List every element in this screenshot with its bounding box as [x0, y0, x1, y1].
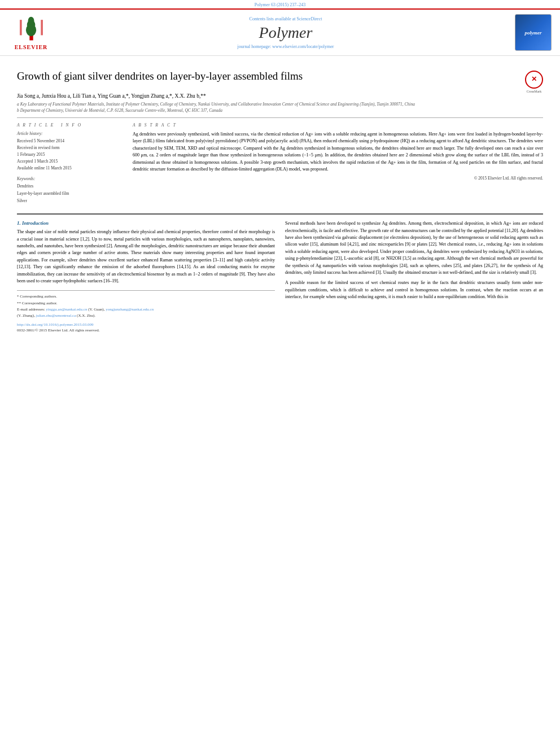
email-1-person: (Y. Guan),	[88, 307, 104, 312]
email-1[interactable]: yinggu.an@nankai.edu.cn	[46, 307, 87, 312]
affiliation-a: a Key Laboratory of Functional Polymer M…	[17, 102, 543, 107]
copyright-text: © 2015 Elsevier Ltd. All rights reserved…	[133, 176, 543, 181]
body-columns: 1. Introduction The shape and size of no…	[17, 220, 543, 333]
divider	[17, 117, 543, 118]
authors-text: Jia Song a, Junxia Hou a, Lili Tian a, Y…	[17, 93, 206, 99]
keyword-3: Silver	[17, 198, 121, 205]
authors-line: Jia Song a, Junxia Hou a, Lili Tian a, Y…	[17, 93, 543, 99]
crossmark-icon: ✕ CrossMark	[525, 71, 543, 89]
intro-right-para2: A possible reason for the limited succes…	[285, 279, 543, 300]
article-title: Growth of giant silver dendrites on laye…	[17, 69, 303, 84]
issn-section: 0032-3861/© 2015 Elsevier Ltd. All right…	[17, 328, 275, 333]
journal-homepage-line: journal homepage: www.elsevier.com/locat…	[62, 44, 509, 49]
intro-right-para1: Several methods have been developed to s…	[285, 220, 543, 276]
corresponding-note-2: ** Corresponding author.	[17, 300, 275, 307]
article-content: Growth of giant silver dendrites on laye…	[0, 56, 560, 338]
article-history-section: Article history: Received 5 November 201…	[17, 131, 121, 172]
email-3[interactable]: julian.zhu@umontreal.ca	[36, 313, 76, 318]
affiliations-block: a Key Laboratory of Functional Polymer M…	[17, 102, 543, 113]
abstract-column: A B S T R A C T Ag dendrites were previo…	[133, 123, 543, 204]
revised-row: Received in revised form	[17, 145, 121, 151]
crossmark-badge: ✕	[525, 71, 543, 89]
journal-center-info: Contents lists available at ScienceDirec…	[62, 16, 509, 49]
email-2-person: (Y. Zhang),	[17, 313, 35, 318]
polymer-logo-label: polymer	[525, 30, 542, 36]
received-row: Received 5 November 2014	[17, 138, 121, 145]
main-body: 1. Introduction The shape and size of no…	[17, 213, 543, 333]
affiliation-b: b Department of Chemistry, Université de…	[17, 108, 543, 113]
corresponding-note-1-text: * Corresponding authors.	[17, 294, 57, 299]
section-title: Introduction	[22, 220, 49, 226]
article-title-block: Growth of giant silver dendrites on laye…	[17, 69, 543, 89]
svg-rect-4	[20, 20, 22, 35]
received-text: Received 5 November 2014	[17, 138, 64, 143]
polymer-logo-box: polymer	[515, 14, 554, 51]
journal-name-title: Polymer	[62, 24, 509, 42]
svg-rect-5	[41, 20, 43, 35]
elsevier-tree-icon	[16, 15, 47, 43]
revised-date-row: 1 February 2015	[17, 151, 121, 158]
footnote-section: * Corresponding authors. ** Correspondin…	[17, 290, 275, 319]
contents-text: Contents lists available at	[250, 16, 296, 21]
journal-ref-text: Polymer 63 (2015) 237–243	[255, 2, 305, 7]
email-2[interactable]: yongjunzhang@nankai.edu.cn	[106, 307, 154, 312]
journal-header: ELSEVIER Contents lists available at Sci…	[0, 8, 560, 56]
sciencedirect-link-text[interactable]: ScienceDirect	[297, 16, 322, 21]
homepage-link[interactable]: www.elsevier.com/locate/polymer	[272, 44, 334, 49]
available-text: Available online 11 March 2015	[17, 165, 72, 171]
revised-text: Received in revised form	[17, 145, 60, 150]
corresponding-note-1: * Corresponding authors.	[17, 294, 275, 300]
elsevier-logo: ELSEVIER	[6, 15, 56, 50]
accepted-row: Accepted 1 March 2015	[17, 158, 121, 165]
body-right-column: Several methods have been developed to s…	[285, 220, 543, 333]
keywords-label: Keywords:	[17, 176, 121, 181]
elsevier-label: ELSEVIER	[15, 44, 48, 50]
keywords-section: Keywords: Dendrites Layer-by-layer assem…	[17, 176, 121, 204]
corresponding-note-2-text: ** Corresponding author.	[17, 301, 57, 305]
intro-left-para1: The shape and size of noble metal partic…	[17, 229, 275, 285]
sciencedirect-line: Contents lists available at ScienceDirec…	[62, 16, 509, 21]
doi-section: http://dx.doi.org/10.1016/j.polymer.2015…	[17, 322, 275, 327]
svg-point-3	[28, 17, 34, 25]
accepted-text: Accepted 1 March 2015	[17, 159, 58, 164]
history-label: Article history:	[17, 131, 121, 136]
email-3-person: (X.X. Zhu).	[77, 313, 95, 318]
section-number: 1.	[17, 220, 22, 226]
article-info-label: A R T I C L E I N F O	[17, 123, 121, 128]
polymer-logo-image: polymer	[515, 14, 552, 51]
body-left-column: 1. Introduction The shape and size of no…	[17, 220, 275, 333]
email-label: E-mail addresses:	[17, 307, 45, 312]
homepage-prefix: journal homepage:	[238, 44, 272, 49]
keyword-2: Layer-by-layer assembled film	[17, 190, 121, 198]
journal-reference: Polymer 63 (2015) 237–243	[0, 0, 560, 8]
keyword-1: Dendrites	[17, 183, 121, 190]
abstract-text: Ag dendrites were previously synthesized…	[133, 131, 543, 173]
available-row: Available online 11 March 2015	[17, 165, 121, 172]
article-info-column: A R T I C L E I N F O Article history: R…	[17, 123, 121, 204]
issn-text: 0032-3861/© 2015 Elsevier Ltd. All right…	[17, 328, 99, 333]
email-line: E-mail addresses: yinggu.an@nankai.edu.c…	[17, 307, 275, 319]
intro-heading: 1. Introduction	[17, 220, 275, 226]
info-abstract-columns: A R T I C L E I N F O Article history: R…	[17, 123, 543, 204]
revised-date-text: 1 February 2015	[17, 152, 45, 157]
doi-link[interactable]: http://dx.doi.org/10.1016/j.polymer.2015…	[17, 322, 93, 327]
abstract-label: A B S T R A C T	[133, 123, 543, 128]
